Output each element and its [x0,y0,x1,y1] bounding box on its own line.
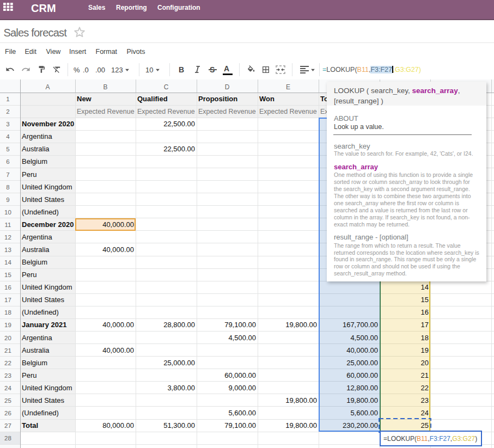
svg-text:25: 25 [421,421,429,429]
svg-text:14: 14 [421,283,429,291]
svg-text:C: C [164,83,169,91]
svg-text:22: 22 [4,360,11,366]
svg-text:22: 22 [421,384,429,392]
svg-text:19,800.00: 19,800.00 [285,321,317,329]
svg-text:2: 2 [6,108,9,115]
svg-text:40,000.00: 40,000.00 [102,346,134,354]
svg-text:16: 16 [421,308,429,316]
svg-text:21: 21 [421,371,429,379]
svg-text:17: 17 [4,297,11,303]
svg-text:9: 9 [6,197,9,203]
svg-text:D: D [225,83,230,91]
svg-text:(Undefined): (Undefined) [22,308,59,316]
svg-text:A: A [45,83,50,91]
svg-text:Total: Total [22,421,38,429]
svg-text:United Kingdom: United Kingdom [22,384,72,392]
svg-text:3: 3 [6,121,9,127]
svg-text:40,000.00: 40,000.00 [102,246,134,254]
svg-text:Belgium: Belgium [22,258,47,266]
svg-text:40,000.00: 40,000.00 [102,321,134,329]
svg-text:14: 14 [4,259,11,266]
svg-text:13: 13 [4,247,11,253]
svg-text:Australia: Australia [22,346,50,354]
svg-text:1: 1 [6,96,9,102]
svg-text:5: 5 [6,146,9,152]
svg-text:8: 8 [6,184,9,191]
svg-text:40,000.00: 40,000.00 [346,346,378,354]
svg-text:United Kingdom: United Kingdom [22,283,72,291]
svg-text:New: New [77,95,92,103]
svg-text:Australia: Australia [22,246,50,254]
svg-text:January 2021: January 2021 [22,321,66,329]
svg-text:Won: Won [259,95,275,103]
svg-text:Expected Revenue: Expected Revenue [259,108,317,115]
svg-text:22,500.00: 22,500.00 [163,145,195,153]
svg-text:5,600.00: 5,600.00 [350,409,378,417]
svg-text:23: 23 [4,372,11,379]
svg-text:24: 24 [4,385,11,391]
svg-text:November 2020: November 2020 [22,120,74,128]
svg-text:5,600.00: 5,600.00 [228,409,256,417]
svg-text:15: 15 [421,296,429,304]
svg-text:24: 24 [421,409,429,417]
svg-text:60,000.00: 60,000.00 [224,371,256,379]
svg-text:15: 15 [4,272,11,278]
svg-text:United States: United States [22,296,65,304]
svg-text:Expected Revenue: Expected Revenue [77,108,135,115]
svg-text:4: 4 [6,133,10,140]
svg-text:United Kingdom: United Kingdom [22,183,72,191]
svg-text:25,000.00: 25,000.00 [346,359,378,367]
svg-text:B: B [103,83,107,91]
svg-text:United States: United States [22,396,65,404]
svg-text:9,000.00: 9,000.00 [228,384,256,392]
svg-text:Peru: Peru [22,371,36,379]
svg-text:80,000.00: 80,000.00 [102,421,134,429]
svg-text:E: E [286,83,290,91]
svg-text:25,000.00: 25,000.00 [163,359,195,367]
svg-text:6: 6 [6,158,9,165]
svg-text:Argentina: Argentina [22,233,52,241]
svg-text:20: 20 [421,359,429,367]
svg-text:167,700.00: 167,700.00 [343,321,378,329]
svg-text:Australia: Australia [22,145,50,153]
svg-text:60,000.00: 60,000.00 [346,371,378,379]
svg-text:(Undefined): (Undefined) [22,208,59,216]
svg-text:79,100.00: 79,100.00 [224,421,256,429]
svg-text:17: 17 [421,321,429,329]
svg-text:27: 27 [4,422,11,429]
svg-text:Belgium: Belgium [22,359,47,367]
svg-text:(Undefined): (Undefined) [22,409,59,417]
svg-text:23: 23 [421,396,429,404]
svg-text:Expected Revenue: Expected Revenue [198,108,256,115]
svg-text:12,800.00: 12,800.00 [346,384,378,392]
svg-text:Belgium: Belgium [22,157,47,165]
svg-text:Proposition: Proposition [198,95,237,103]
svg-text:Argentina: Argentina [22,334,52,342]
svg-text:25: 25 [4,397,11,404]
svg-text:4,500.00: 4,500.00 [228,334,256,342]
svg-text:40,000.00: 40,000.00 [102,220,134,229]
svg-text:7: 7 [6,171,9,178]
svg-text:10: 10 [4,209,11,216]
svg-text:4,500.00: 4,500.00 [350,334,378,342]
svg-text:79,100.00: 79,100.00 [224,321,256,329]
svg-text:19,800.00: 19,800.00 [346,396,378,404]
svg-text:19,800.00: 19,800.00 [285,421,317,429]
svg-text:Peru: Peru [22,170,36,179]
svg-text:18: 18 [421,334,429,342]
svg-text:18: 18 [4,309,11,316]
svg-text:22,500.00: 22,500.00 [163,120,195,128]
svg-text:Expected Revenue: Expected Revenue [137,108,195,115]
svg-text:3,800.00: 3,800.00 [167,384,195,392]
svg-text:28: 28 [4,435,11,441]
svg-text:11: 11 [5,222,11,228]
svg-text:19: 19 [4,322,11,328]
svg-text:21: 21 [4,347,11,354]
svg-text:12: 12 [4,234,11,241]
svg-text:19: 19 [421,346,429,354]
svg-text:19,800.00: 19,800.00 [285,396,317,404]
svg-text:Argentina: Argentina [22,132,52,140]
svg-text:20: 20 [4,335,11,341]
svg-text:Qualified: Qualified [137,95,168,103]
svg-text:51,300.00: 51,300.00 [163,421,195,429]
